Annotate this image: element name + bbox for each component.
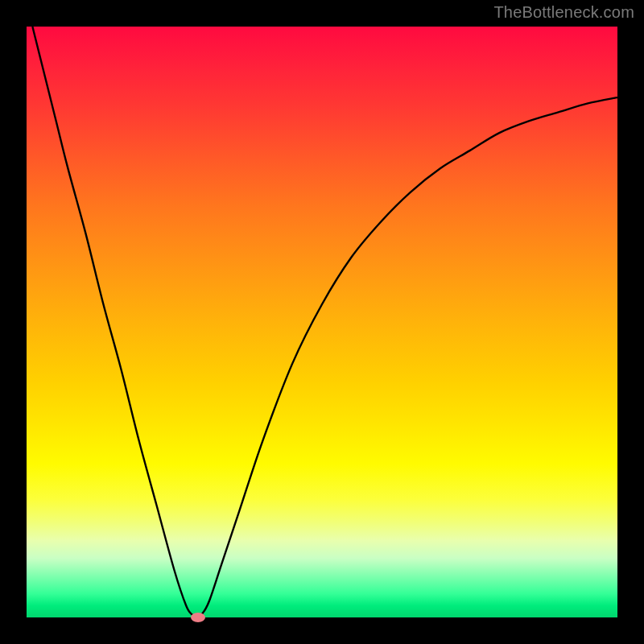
curve-svg <box>27 27 617 617</box>
bottleneck-curve <box>32 27 617 617</box>
attribution-text: TheBottleneck.com <box>493 3 634 22</box>
plot-area <box>27 27 617 617</box>
optimum-marker <box>191 613 205 622</box>
chart-frame: TheBottleneck.com <box>0 0 644 644</box>
